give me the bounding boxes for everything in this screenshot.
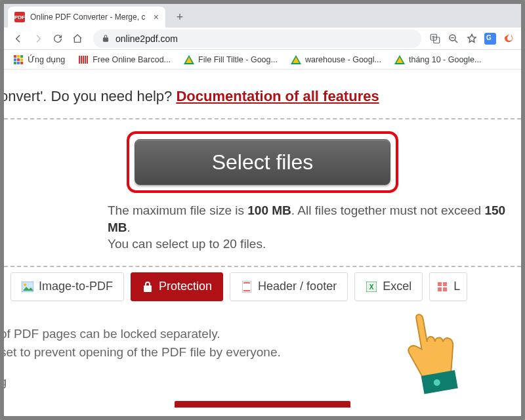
tab-label: Excel [383,280,411,293]
reload-button[interactable] [49,30,67,48]
bookmark-label: Free Online Barcod... [93,55,171,64]
apps-icon [13,54,24,65]
url-input[interactable] [116,33,413,44]
bookmark-drive-1[interactable]: File Fill Tiltle - Goog... [180,52,282,68]
tab-label: Header / footer [258,280,337,293]
svg-rect-12 [438,282,442,286]
highlight-box: Select files [127,131,398,193]
lock-icon [142,281,154,293]
browser-tab[interactable]: PDF Online PDF Converter - Merge, c × [8,7,165,28]
pointer-hand-icon [384,304,476,404]
svg-rect-8 [243,282,250,284]
help-line: onvert'. Do you need help? Documentation… [4,70,521,118]
svg-text:X: X [369,284,374,291]
drive-icon [394,54,405,65]
svg-rect-9 [243,290,250,291]
red-strip [175,401,350,408]
bookmarks-bar: Ứng dụng Free Online Barcod... File Fill… [4,50,521,70]
bookmark-label: tháng 10 - Google... [409,55,482,64]
bookmark-label: warehouse - Googl... [305,55,381,64]
barcode-icon [78,54,89,65]
new-tab-button[interactable]: + [171,8,189,26]
close-icon[interactable]: × [154,12,159,22]
image-icon [22,281,33,293]
svg-rect-15 [443,287,447,291]
svg-rect-14 [438,287,442,291]
star-icon[interactable] [465,32,479,46]
home-button[interactable] [68,30,87,48]
flame-ext-icon[interactable] [501,32,516,46]
tab-label: L [453,280,460,293]
upload-area: Select files The maximum file size is 10… [4,119,521,263]
grid-icon [436,281,448,293]
translate-icon[interactable] [428,32,442,46]
svg-rect-13 [443,282,447,286]
bookmark-label: Ứng dụng [28,54,65,64]
limits-text: The maximum file size is 100 MB. All fil… [4,202,521,253]
pdf-favicon: PDF [14,12,25,22]
bookmark-barcode[interactable]: Free Online Barcod... [74,52,175,68]
forward-button[interactable] [29,30,47,48]
toolbar: G [4,28,521,50]
bookmark-apps[interactable]: Ứng dụng [9,52,69,68]
bookmark-label: File Fill Tiltle - Goog... [198,55,278,64]
docs-link[interactable]: Documentation of all features [176,88,379,104]
tab-image-to-pdf[interactable]: Image-to-PDF [10,272,124,301]
tab-more[interactable]: L [429,272,467,301]
tab-label: Protection [159,280,212,293]
drive-icon [291,54,301,65]
tab-title: Online PDF Converter - Merge, c [30,12,148,22]
zoom-icon[interactable] [446,32,461,46]
tab-protection[interactable]: Protection [131,272,223,301]
tab-header-footer[interactable]: Header / footer [230,272,348,301]
gtranslate-ext-icon[interactable]: G [483,32,497,46]
bookmark-drive-3[interactable]: tháng 10 - Google... [390,52,486,68]
svg-point-6 [24,284,26,286]
bookmark-drive-2[interactable]: warehouse - Googl... [287,52,385,68]
select-files-button[interactable]: Select files [135,139,390,185]
address-bar[interactable] [93,30,421,48]
page-content: onvert'. Do you need help? Documentation… [4,70,521,416]
back-button[interactable] [9,30,28,48]
tab-strip: PDF Online PDF Converter - Merge, c × + [4,4,521,28]
drive-icon [184,54,194,65]
tab-excel[interactable]: X Excel [354,272,423,301]
page-icon [241,281,253,293]
options-tabs: Image-to-PDF Protection Header / footer … [4,266,521,306]
tab-label: Image-to-PDF [39,280,113,293]
lock-icon [101,34,110,43]
excel-icon: X [366,281,377,293]
